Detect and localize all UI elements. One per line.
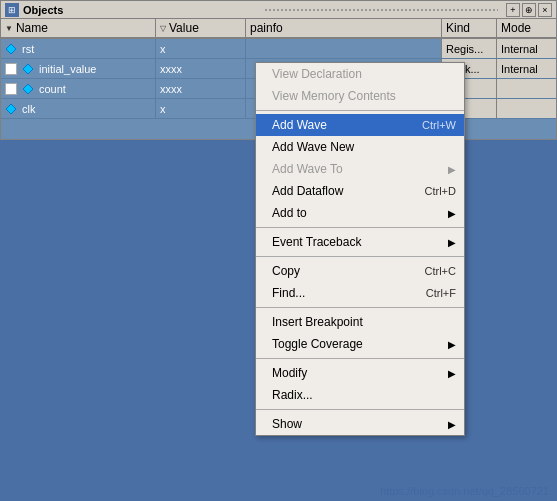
rst-kind: Regis... [446, 43, 483, 55]
menu-item-view-declaration-label: View Declaration [272, 67, 362, 81]
new-window-button[interactable]: + [506, 3, 520, 17]
menu-item-view-declaration[interactable]: View Declaration [256, 63, 464, 85]
menu-item-toggle-coverage-label: Toggle Coverage [272, 337, 363, 351]
menu-item-show-label: Show [272, 417, 302, 431]
event-traceback-arrow-icon: ▶ [448, 237, 456, 248]
menu-item-find-label: Find... [272, 286, 305, 300]
separator-4 [256, 307, 464, 308]
count-name: count [39, 83, 66, 95]
menu-item-add-wave[interactable]: Add Wave Ctrl+W [256, 114, 464, 136]
value-sort-icon: ▽ [160, 24, 166, 33]
menu-item-add-wave-new-label: Add Wave New [272, 140, 354, 154]
initial-value-expander[interactable]: + [5, 63, 17, 75]
menu-item-view-memory-contents[interactable]: View Memory Contents [256, 85, 464, 107]
clk-diamond-icon [5, 103, 17, 115]
menu-item-add-wave-to-label: Add Wave To [272, 162, 343, 176]
menu-item-view-memory-contents-label: View Memory Contents [272, 89, 396, 103]
svg-marker-3 [6, 104, 16, 114]
rst-name: rst [22, 43, 34, 55]
menu-item-find-shortcut: Ctrl+F [426, 287, 456, 299]
pin-button[interactable]: ⊕ [522, 3, 536, 17]
svg-marker-2 [23, 84, 33, 94]
col-header-name[interactable]: ▼ Name [1, 19, 156, 37]
menu-item-add-wave-to[interactable]: Add Wave To ▶ [256, 158, 464, 180]
menu-item-modify-label: Modify [272, 366, 307, 380]
separator-3 [256, 256, 464, 257]
count-diamond-icon [22, 83, 34, 95]
add-to-arrow-icon: ▶ [448, 208, 456, 219]
menu-item-radix-label: Radix... [272, 388, 313, 402]
menu-item-radix[interactable]: Radix... [256, 384, 464, 406]
count-expander[interactable]: + [5, 83, 17, 95]
rst-diamond-icon [5, 43, 17, 55]
add-wave-to-arrow-icon: ▶ [448, 164, 456, 175]
separator-2 [256, 227, 464, 228]
table-row[interactable]: rst x Regis... Internal [1, 39, 556, 59]
name-sort-icon: ▼ [5, 24, 13, 33]
col-header-painfo[interactable]: painfo [246, 19, 441, 37]
menu-item-toggle-coverage[interactable]: Toggle Coverage ▶ [256, 333, 464, 355]
col-kind-label: Kind [446, 21, 470, 35]
col-name-label: Name [16, 21, 48, 35]
clk-value: x [160, 103, 166, 115]
menu-item-event-traceback[interactable]: Event Traceback ▶ [256, 231, 464, 253]
separator-6 [256, 409, 464, 410]
col-value-label: Value [169, 21, 199, 35]
menu-item-show[interactable]: Show ▶ [256, 413, 464, 435]
initial-value-value: xxxx [160, 63, 182, 75]
menu-item-add-wave-new[interactable]: Add Wave New [256, 136, 464, 158]
panel-titlebar: ⊞ Objects + ⊕ × [1, 1, 556, 19]
menu-item-add-wave-shortcut: Ctrl+W [422, 119, 456, 131]
separator-1 [256, 110, 464, 111]
initial-value-mode: Internal [501, 63, 538, 75]
menu-item-event-traceback-label: Event Traceback [272, 235, 361, 249]
panel-icon: ⊞ [5, 3, 19, 17]
toggle-coverage-arrow-icon: ▶ [448, 339, 456, 350]
modify-arrow-icon: ▶ [448, 368, 456, 379]
panel-title: Objects [23, 4, 257, 16]
menu-item-add-to-label: Add to [272, 206, 307, 220]
menu-item-insert-breakpoint-label: Insert Breakpoint [272, 315, 363, 329]
context-menu: View Declaration View Memory Contents Ad… [255, 62, 465, 436]
col-mode-label: Mode [501, 21, 531, 35]
rst-value: x [160, 43, 166, 55]
col-painfo-label: painfo [250, 21, 283, 35]
col-header-value[interactable]: ▽ Value [156, 19, 246, 37]
menu-item-add-dataflow[interactable]: Add Dataflow Ctrl+D [256, 180, 464, 202]
menu-item-add-dataflow-label: Add Dataflow [272, 184, 343, 198]
watermark: https://blog.csdn.net/qq_28560721 [380, 485, 549, 497]
menu-item-modify[interactable]: Modify ▶ [256, 362, 464, 384]
col-header-kind[interactable]: Kind [441, 19, 496, 37]
separator-5 [256, 358, 464, 359]
clk-name: clk [22, 103, 35, 115]
initial-value-diamond-icon [22, 63, 34, 75]
menu-item-insert-breakpoint[interactable]: Insert Breakpoint [256, 311, 464, 333]
menu-item-copy-shortcut: Ctrl+C [425, 265, 456, 277]
rst-mode: Internal [501, 43, 538, 55]
close-button[interactable]: × [538, 3, 552, 17]
menu-item-add-to[interactable]: Add to ▶ [256, 202, 464, 224]
svg-marker-0 [6, 44, 16, 54]
table-header: ▼ Name ▽ Value painfo Kind Mode [1, 19, 556, 39]
menu-item-copy-label: Copy [272, 264, 300, 278]
show-arrow-icon: ▶ [448, 419, 456, 430]
count-value: xxxx [160, 83, 182, 95]
col-header-mode[interactable]: Mode [496, 19, 556, 37]
panel-title-buttons: + ⊕ × [506, 3, 552, 17]
menu-item-copy[interactable]: Copy Ctrl+C [256, 260, 464, 282]
menu-item-add-wave-label: Add Wave [272, 118, 327, 132]
svg-marker-1 [23, 64, 33, 74]
initial-value-name: initial_value [39, 63, 96, 75]
menu-item-add-dataflow-shortcut: Ctrl+D [425, 185, 456, 197]
menu-item-find[interactable]: Find... Ctrl+F [256, 282, 464, 304]
